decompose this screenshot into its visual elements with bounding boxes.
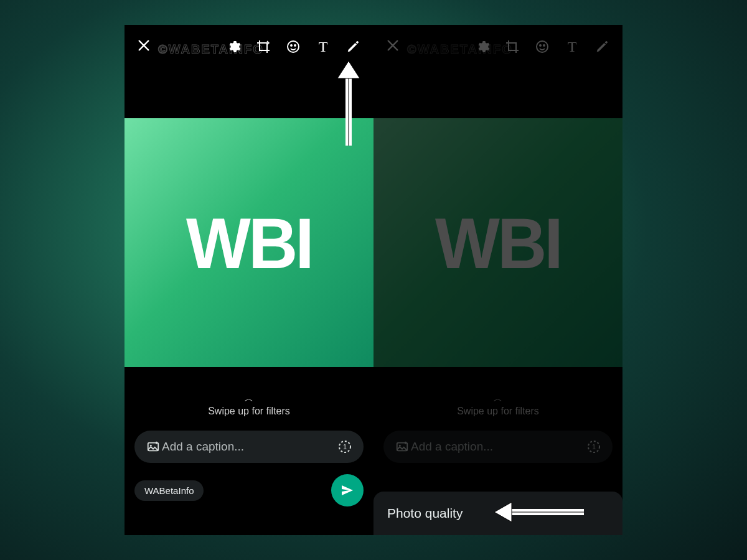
side-by-side-panels: ©WABETAINFO T (125, 25, 622, 535)
emoji-button[interactable] (534, 39, 550, 55)
recipient-chip[interactable]: WABetaInfo (134, 480, 204, 501)
tool-group: T (474, 39, 610, 55)
crop-button[interactable] (504, 39, 520, 55)
svg-point-0 (288, 41, 299, 52)
add-media-icon[interactable] (393, 438, 411, 455)
add-media-icon[interactable] (144, 438, 162, 455)
settings-button[interactable] (225, 39, 242, 55)
send-row: WABetaInfo (134, 474, 364, 506)
emoji-icon (535, 39, 550, 54)
text-tool-button[interactable]: T (315, 39, 331, 55)
close-button[interactable] (137, 39, 151, 52)
gear-icon (475, 39, 490, 54)
panel-left: ©WABETAINFO T (125, 25, 374, 535)
swipe-hint-label: Swipe up for filters (457, 406, 539, 416)
swipe-hint[interactable]: ︿ Swipe up for filters (134, 393, 364, 417)
draw-button[interactable] (594, 39, 610, 55)
photo-quality-sheet[interactable]: Photo quality (374, 492, 622, 535)
svg-text:1: 1 (343, 443, 347, 450)
media-logo-text: WBI (435, 201, 561, 284)
panel-right: ©WABETAINFO T (374, 25, 622, 535)
close-button[interactable] (386, 39, 400, 52)
sheet-title: Photo quality (387, 506, 463, 521)
view-once-icon[interactable]: 1 (585, 438, 603, 455)
swipe-hint[interactable]: ︿ Swipe up for filters (383, 393, 613, 417)
view-once-icon[interactable]: 1 (336, 438, 354, 455)
text-icon: T (568, 39, 577, 55)
media-logo-text: WBI (186, 201, 312, 284)
media-preview: WBI (125, 118, 374, 367)
caption-placeholder: Add a caption... (411, 440, 585, 454)
text-tool-button[interactable]: T (564, 39, 580, 55)
caption-input[interactable]: Add a caption... 1 (383, 431, 613, 463)
swipe-hint-label: Swipe up for filters (208, 406, 290, 416)
chevron-up-icon: ︿ (383, 393, 613, 404)
svg-point-9 (543, 45, 545, 46)
svg-text:1: 1 (592, 443, 596, 450)
media-preview: WBI (374, 118, 622, 367)
tool-group: T (225, 39, 361, 55)
svg-point-7 (537, 41, 548, 52)
crop-icon (256, 39, 271, 54)
editor-toolbar: ©WABETAINFO T (374, 25, 622, 118)
settings-button[interactable] (474, 39, 491, 55)
caption-placeholder: Add a caption... (162, 440, 336, 454)
svg-point-2 (294, 45, 296, 46)
text-icon: T (319, 39, 328, 55)
pencil-icon (346, 40, 360, 54)
close-icon (386, 39, 400, 52)
bottom-controls: ︿ Swipe up for filters Add a caption... … (125, 367, 374, 535)
close-icon (137, 39, 151, 52)
chevron-up-icon: ︿ (134, 393, 364, 404)
crop-button[interactable] (255, 39, 271, 55)
draw-button[interactable] (345, 39, 361, 55)
svg-point-1 (291, 45, 292, 46)
gear-icon (226, 39, 241, 54)
svg-point-8 (540, 45, 541, 46)
emoji-button[interactable] (285, 39, 301, 55)
send-icon (340, 483, 355, 498)
emoji-icon (286, 39, 301, 54)
caption-input[interactable]: Add a caption... 1 (134, 431, 364, 463)
crop-icon (505, 39, 520, 54)
editor-toolbar: ©WABETAINFO T (125, 25, 374, 118)
pencil-icon (595, 40, 609, 54)
send-button[interactable] (331, 474, 364, 506)
